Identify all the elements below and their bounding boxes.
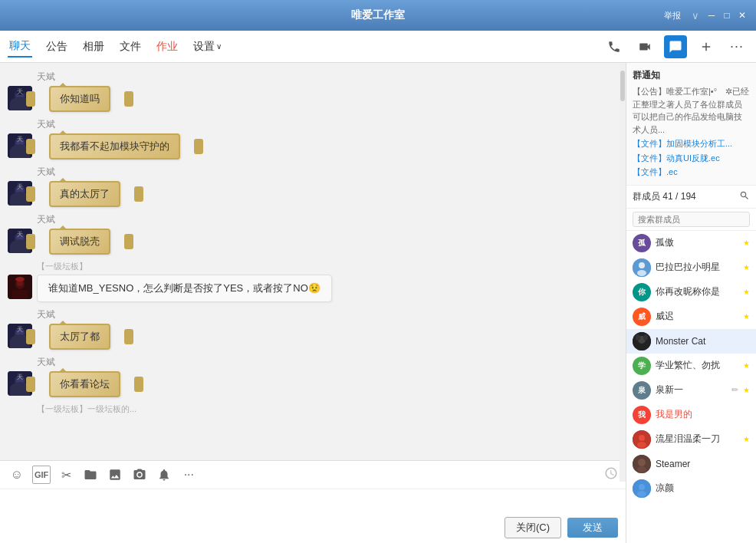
image-icon[interactable] <box>106 466 124 484</box>
file-link-3[interactable]: 【文件】.ec <box>633 166 750 179</box>
scroll-left-deco <box>26 186 35 202</box>
report-button[interactable]: 举报 <box>659 8 685 23</box>
special-message-bubble: 谁知道MB_YESNO，怎么判断是否按了YES，或者按了NO😟 <box>37 275 332 302</box>
minimize-button[interactable]: ─ <box>705 9 718 21</box>
message-row: 你看看论坛 <box>8 371 618 397</box>
avatar: 我 <box>633 406 651 424</box>
svg-point-41 <box>638 459 646 466</box>
list-item[interactable]: Monster Cat <box>626 329 756 354</box>
svg-point-2 <box>16 91 24 99</box>
edit-icon: ✏ <box>731 385 738 395</box>
member-search-input[interactable] <box>633 212 750 227</box>
nav-chat[interactable]: 聊天 <box>8 36 32 58</box>
timer-icon[interactable] <box>604 466 618 483</box>
nav-file[interactable]: 文件 <box>118 37 143 57</box>
message-group: 天斌 我都看不起加模块守护的 <box>8 118 618 160</box>
bubble-wrapper: 太厉了都 <box>37 324 123 350</box>
add-icon[interactable] <box>695 35 718 58</box>
close-chat-button[interactable]: 关闭(C) <box>505 517 561 538</box>
gif-button[interactable]: GIF <box>32 466 51 484</box>
camera-icon[interactable] <box>130 466 149 484</box>
message-group: 天斌 你看看论坛 <box>8 356 618 397</box>
scroll-right-deco <box>134 186 143 202</box>
message-row: 调试脱壳 <box>8 229 618 255</box>
notification-content: 【公告】唯爱工作室|•°ゞ✲已经正整理之著人员了各位群成员可以把自己的作品发给电… <box>633 85 750 179</box>
emoji-button[interactable]: ☺ <box>8 466 26 484</box>
title-bar: 唯爱工作室 举报 ∨ ─ □ ✕ <box>0 0 756 31</box>
member-search-container <box>626 209 756 231</box>
sender-name: 天斌 <box>37 118 618 131</box>
chat-area: 天斌 你知道吗 <box>0 63 626 543</box>
bubble-wrapper: 你看看论坛 <box>37 371 133 397</box>
list-item[interactable]: 威 威迟 ★ <box>626 304 756 329</box>
avatar <box>633 332 651 350</box>
file-link-2[interactable]: 【文件】动真UI反胧.ec <box>633 152 750 165</box>
send-button[interactable]: 发送 <box>567 518 618 538</box>
avatar: 学 <box>633 357 651 375</box>
star-icon: ★ <box>743 263 750 272</box>
list-item[interactable]: 你 你再改昵称你是 ★ <box>626 280 756 304</box>
list-item[interactable]: 流星泪温柔一刀 ★ <box>626 427 756 452</box>
svg-point-7 <box>16 139 24 146</box>
list-item[interactable]: Steamer <box>626 452 756 476</box>
message-group: 天斌 你知道吗 <box>8 71 618 112</box>
list-item[interactable]: 凉颜 <box>626 476 756 501</box>
file-link-1[interactable]: 【文件】加固模块分析工... <box>633 137 750 150</box>
bell-icon[interactable] <box>155 466 173 484</box>
nav-settings[interactable]: 设置 ∨ <box>192 37 223 57</box>
sender-name: 天斌 <box>37 308 618 321</box>
svg-rect-16 <box>12 245 28 253</box>
list-item[interactable]: 学 学业繁忙、勿扰 ★ <box>626 354 756 378</box>
chat-messages: 天斌 你知道吗 <box>0 63 626 460</box>
member-name: 学业繁忙、勿扰 <box>656 359 738 372</box>
bubble-wrapper: 我都看不起加模块守护的 <box>37 133 192 160</box>
settings-arrow-icon: ∨ <box>216 42 222 51</box>
right-sidebar: 群通知 【公告】唯爱工作室|•°ゞ✲已经正整理之著人员了各位群成员可以把自己的作… <box>626 63 756 543</box>
avatar: 泉 <box>633 381 651 400</box>
message-row: 太厉了都 <box>8 324 618 350</box>
scroll-left-deco <box>26 234 35 249</box>
nav-homework[interactable]: 作业 <box>155 37 179 57</box>
svg-point-35 <box>636 334 640 341</box>
member-name: Monster Cat <box>656 336 750 347</box>
member-name: 威迟 <box>656 310 738 323</box>
video-icon[interactable] <box>633 35 656 58</box>
svg-rect-29 <box>12 388 28 396</box>
scroll-right-deco <box>194 139 203 154</box>
list-item[interactable]: 巴拉巴拉小明星 ★ <box>626 255 756 280</box>
sender-name: 天斌 <box>37 166 618 179</box>
phone-icon[interactable] <box>603 35 626 58</box>
window-controls: ─ □ ✕ <box>705 9 748 21</box>
member-search-icon[interactable] <box>739 190 750 203</box>
chat-action-bar: 关闭(C) 发送 <box>0 512 626 543</box>
nav-items: 聊天 公告 相册 文件 作业 设置 ∨ <box>8 36 223 58</box>
scissors-icon[interactable]: ✂ <box>57 466 75 484</box>
member-name: 流星泪温柔一刀 <box>656 433 738 446</box>
chat-input[interactable] <box>0 489 626 512</box>
more-tools-icon[interactable]: ··· <box>179 466 198 484</box>
scrollbar[interactable] <box>620 63 626 482</box>
star-icon: ★ <box>743 288 750 296</box>
chat-icon[interactable] <box>664 35 687 58</box>
message-row: 谁知道MB_YESNO，怎么判断是否按了YES，或者按了NO😟 <box>8 275 618 302</box>
close-button[interactable]: ✕ <box>736 9 748 21</box>
more-icon[interactable]: ··· <box>725 35 748 58</box>
scroll-right-deco <box>124 329 133 344</box>
scroll-left-deco <box>26 91 35 107</box>
bubble-wrapper: 你知道吗 <box>37 86 123 112</box>
nav-bar: 聊天 公告 相册 文件 作业 设置 ∨ ··· <box>0 31 756 63</box>
list-item[interactable]: 我 我是男的 <box>626 403 756 427</box>
list-item[interactable]: 泉 泉新一 ✏ ★ <box>626 378 756 403</box>
nav-announcement[interactable]: 公告 <box>44 37 69 57</box>
nav-right-icons: ··· <box>603 35 748 58</box>
folder-icon[interactable] <box>81 466 100 484</box>
avatar <box>633 455 651 473</box>
maximize-button[interactable]: □ <box>721 9 733 21</box>
message-bubble: 太厉了都 <box>49 324 110 350</box>
list-item[interactable]: 孤 孤傲 ★ <box>626 231 756 255</box>
nav-album[interactable]: 相册 <box>81 37 106 57</box>
member-list: 孤 孤傲 ★ 巴拉巴拉小明星 ★ 你 你再改昵称你是 <box>626 231 756 544</box>
member-name: 巴拉巴拉小明星 <box>656 261 738 274</box>
svg-point-32 <box>637 270 646 276</box>
message-bubble: 你知道吗 <box>49 86 110 112</box>
